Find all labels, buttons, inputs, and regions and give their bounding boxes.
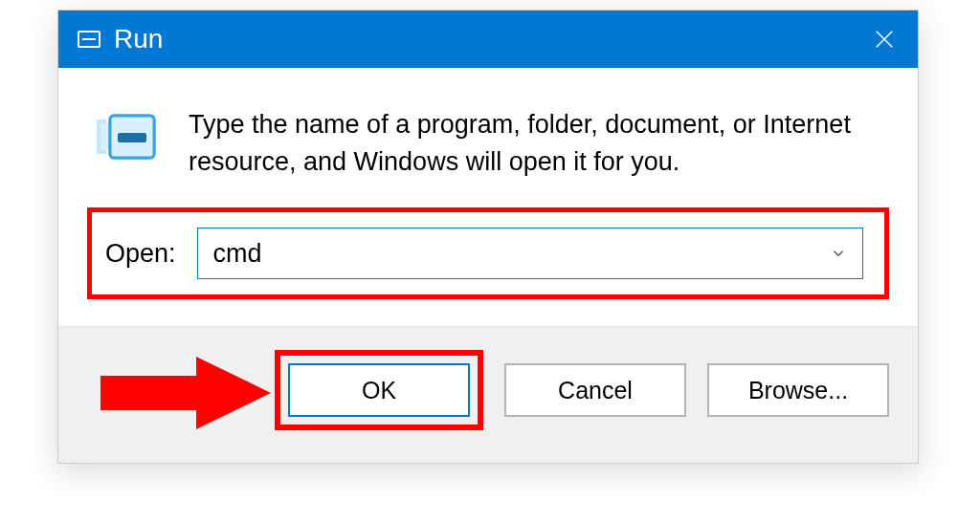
open-label: Open: — [105, 239, 176, 269]
browse-button[interactable]: Browse... — [707, 363, 889, 417]
highlight-arrow-icon — [100, 355, 273, 435]
description-row: Type the name of a program, folder, docu… — [87, 106, 889, 181]
close-button[interactable] — [851, 11, 918, 68]
open-section-highlight: Open: cmd — [87, 207, 889, 299]
ok-button[interactable]: OK — [288, 363, 470, 417]
titlebar-left: Run — [78, 24, 163, 54]
dialog-footer: OK Cancel Browse... — [58, 326, 918, 463]
chevron-down-icon — [830, 239, 847, 269]
run-dialog: Run Type the name of a program, fold — [57, 10, 919, 464]
cancel-button[interactable]: Cancel — [504, 363, 686, 417]
svg-rect-7 — [118, 133, 146, 142]
open-combobox[interactable]: cmd — [197, 228, 863, 279]
window-title: Run — [114, 24, 163, 54]
ok-button-highlight: OK — [275, 350, 483, 430]
run-titlebar-icon — [78, 31, 100, 48]
description-text: Type the name of a program, folder, docu… — [189, 106, 880, 181]
dialog-body: Type the name of a program, folder, docu… — [58, 68, 918, 326]
close-icon — [874, 29, 895, 50]
svg-marker-8 — [100, 357, 271, 429]
titlebar: Run — [58, 11, 918, 68]
open-combobox-value: cmd — [213, 239, 262, 269]
run-program-icon — [97, 110, 158, 167]
